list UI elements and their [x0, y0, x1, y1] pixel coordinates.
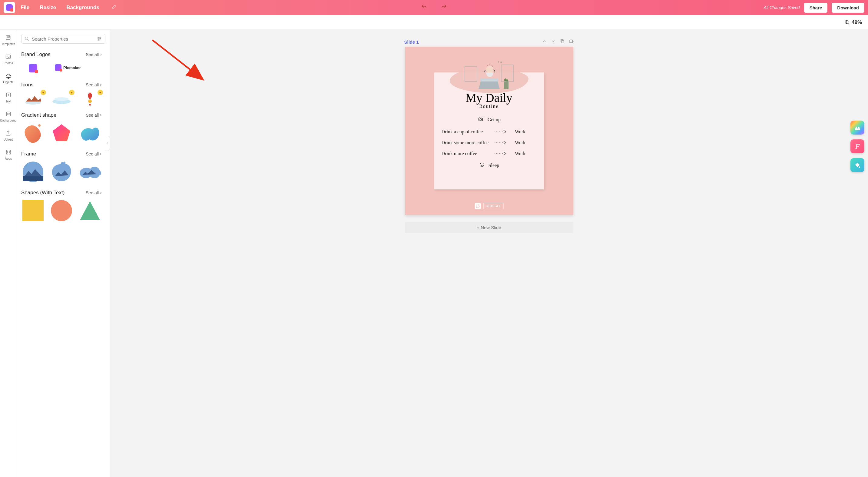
svg-rect-37: [561, 40, 563, 42]
dotted-arrow-icon: [493, 141, 508, 145]
float-font-button[interactable]: F: [850, 140, 864, 153]
shape-thumb[interactable]: [50, 199, 73, 222]
menu-backgrounds[interactable]: Backgrounds: [66, 4, 99, 10]
moon-icon: [479, 162, 485, 169]
svg-text:♪ ♫: ♪ ♫: [498, 60, 502, 63]
routine-text[interactable]: Sleep: [489, 163, 499, 168]
routine-text[interactable]: Drink more coffee: [441, 151, 493, 156]
share-button[interactable]: Share: [804, 3, 828, 13]
svg-point-23: [100, 38, 101, 39]
dotted-arrow-icon: [493, 130, 508, 134]
svg-marker-33: [80, 201, 100, 220]
brand-logo-thumb[interactable]: Picmaker: [50, 61, 86, 74]
svg-line-35: [152, 40, 201, 78]
svg-point-28: [88, 99, 92, 103]
svg-rect-14: [9, 150, 10, 151]
float-paint-button[interactable]: [850, 158, 864, 172]
search-input[interactable]: [32, 36, 94, 41]
routine-text[interactable]: Work: [508, 140, 532, 146]
gradient-shape-thumb[interactable]: [78, 121, 102, 145]
icon-thumb[interactable]: ♥: [78, 91, 102, 106]
gradient-shape-thumb[interactable]: [50, 121, 73, 145]
undo-icon[interactable]: [420, 4, 428, 11]
slide-duplicate-icon[interactable]: [560, 39, 565, 45]
top-header: File Resize Backgrounds All Changes Save…: [0, 0, 868, 15]
slide-down-icon[interactable]: [551, 39, 556, 45]
properties-panel: Brand Logos See all Picmaker Icons See a…: [17, 30, 110, 477]
slide-up-icon[interactable]: [542, 39, 547, 45]
edit-title-icon[interactable]: [112, 4, 116, 10]
svg-point-22: [98, 37, 99, 38]
rail-background[interactable]: BG Background: [0, 110, 17, 122]
section-gradient-shape: Gradient shape: [21, 112, 56, 118]
premium-badge-icon: ♥: [97, 90, 103, 95]
repeat-chip[interactable]: REPEAT: [474, 203, 503, 209]
repeat-label: REPEAT: [483, 203, 503, 209]
svg-rect-36: [561, 40, 564, 43]
float-mad-button[interactable]: [850, 121, 864, 135]
zoom-value: 49%: [851, 20, 862, 26]
svg-rect-13: [6, 150, 8, 151]
upload-icon: [4, 129, 12, 137]
frame-thumb[interactable]: [78, 160, 102, 184]
canvas-area[interactable]: Slide 1: [110, 30, 868, 477]
routine-text[interactable]: Drink some more coffee: [441, 140, 493, 146]
see-all-gradient-shape[interactable]: See all: [86, 113, 102, 118]
search-box[interactable]: [21, 34, 105, 43]
app-logo[interactable]: [4, 2, 15, 13]
filter-icon[interactable]: [97, 36, 102, 41]
new-slide-button[interactable]: + New Slide: [405, 222, 573, 233]
shape-thumb[interactable]: [21, 199, 45, 222]
svg-point-17: [25, 37, 28, 40]
svg-point-24: [98, 39, 99, 40]
rail-upload[interactable]: Upload: [4, 129, 13, 141]
background-icon: BG: [5, 110, 12, 118]
zoom-control[interactable]: 49%: [844, 20, 862, 26]
svg-rect-41: [465, 66, 477, 82]
rail-text[interactable]: Text: [5, 91, 12, 103]
collapse-panel-button[interactable]: [104, 136, 110, 151]
brand-label: Picmaker: [63, 65, 81, 70]
search-icon: [25, 36, 29, 41]
icon-thumb[interactable]: ♥: [50, 91, 73, 106]
gradient-shape-thumb[interactable]: [21, 121, 45, 145]
svg-rect-42: [501, 65, 513, 82]
svg-line-1: [848, 23, 849, 25]
redo-icon[interactable]: [440, 4, 448, 11]
card-title[interactable]: My Daily: [434, 91, 544, 105]
menu-file[interactable]: File: [21, 4, 29, 10]
svg-rect-38: [570, 40, 572, 42]
svg-marker-30: [53, 124, 70, 141]
svg-line-18: [28, 39, 29, 40]
see-all-frame[interactable]: See all: [86, 151, 102, 156]
see-all-icons[interactable]: See all: [86, 83, 102, 87]
frame-thumb[interactable]: [21, 160, 45, 184]
see-all-shapes-text[interactable]: See all: [86, 190, 102, 195]
routine-text[interactable]: Drink a cup of coffee: [441, 129, 493, 135]
rail-photos[interactable]: Photos: [4, 53, 13, 65]
slide-add-icon[interactable]: [569, 39, 574, 45]
card-subtitle[interactable]: Routine: [434, 103, 544, 109]
text-icon: [5, 91, 12, 98]
shape-thumb[interactable]: [78, 199, 102, 222]
menu-resize[interactable]: Resize: [40, 4, 56, 10]
download-button[interactable]: Download: [832, 3, 864, 13]
routine-text[interactable]: Work: [508, 151, 532, 156]
brand-logo-thumb[interactable]: [21, 61, 45, 76]
rail-apps[interactable]: Apps: [5, 149, 12, 160]
routine-text[interactable]: Get up: [488, 117, 501, 122]
svg-rect-15: [6, 153, 8, 154]
annotation-arrow-icon: [149, 37, 210, 91]
see-all-brand-logos[interactable]: See all: [86, 52, 102, 57]
frame-thumb[interactable]: [50, 160, 73, 184]
routine-text[interactable]: Work: [508, 129, 532, 135]
svg-rect-5: [7, 36, 9, 37]
design-card[interactable]: ♪ ♫ My Daily Routine Get up Drink a cup …: [434, 72, 544, 189]
svg-rect-16: [9, 153, 10, 154]
svg-point-7: [7, 56, 8, 57]
section-brand-logos: Brand Logos: [21, 52, 50, 58]
rail-objects[interactable]: Objects: [3, 72, 13, 84]
slide-canvas[interactable]: ♪ ♫ My Daily Routine Get up Drink a cup …: [405, 47, 573, 215]
rail-templates[interactable]: Templates: [1, 34, 16, 46]
icon-thumb[interactable]: ♥: [21, 91, 45, 106]
